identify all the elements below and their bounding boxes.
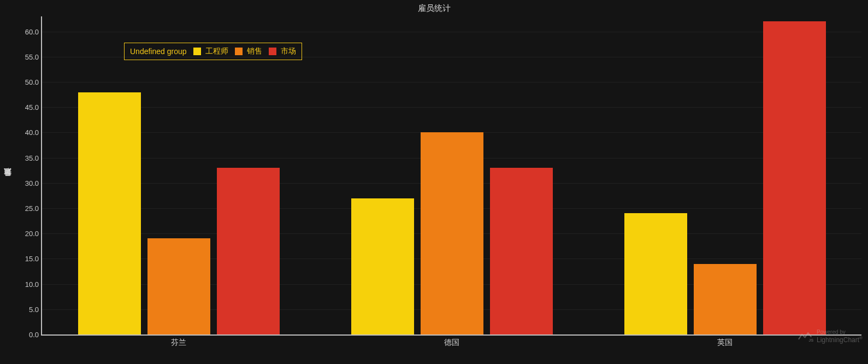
- legend-swatch: [235, 48, 243, 55]
- grid-line: [42, 334, 861, 335]
- y-tick-label: 10.0: [25, 280, 39, 288]
- plot-area[interactable]: Undefined group 工程师销售市场 0.05.010.015.020…: [41, 16, 861, 336]
- watermark-reg: ®: [859, 336, 863, 340]
- legend-label[interactable]: 市场: [281, 46, 296, 56]
- bar[interactable]: [351, 198, 414, 334]
- bar[interactable]: [624, 213, 687, 334]
- legend-swatch: [269, 48, 276, 55]
- grid-line: [42, 82, 861, 83]
- legend-swatch: [193, 48, 201, 55]
- y-tick-label: 0.0: [29, 331, 39, 339]
- y-tick-label: 55.0: [25, 52, 39, 61]
- watermark: JS Powered by LightningChart®: [798, 330, 863, 343]
- watermark-line2: LightningChart: [817, 336, 859, 343]
- chart-root: 雇员统计 雇员数量 Undefined group 工程师销售市场 0.05.0…: [0, 0, 868, 364]
- bar[interactable]: [694, 264, 757, 334]
- y-tick-label: 25.0: [25, 204, 39, 213]
- bar[interactable]: [78, 92, 141, 334]
- svg-text:JS: JS: [809, 338, 813, 342]
- y-tick-label: 40.0: [25, 128, 39, 137]
- legend-label[interactable]: 工程师: [205, 46, 228, 56]
- x-category-label: 芬兰: [171, 338, 186, 348]
- y-tick-label: 30.0: [25, 179, 39, 187]
- y-tick-label: 5.0: [29, 305, 39, 313]
- y-tick-label: 50.0: [25, 78, 39, 86]
- watermark-line1: Powered by: [817, 330, 863, 336]
- bar[interactable]: [217, 168, 280, 334]
- x-category-label: 英国: [717, 338, 733, 348]
- y-tick-label: 15.0: [25, 255, 39, 263]
- bar[interactable]: [147, 238, 210, 334]
- chart-title: 雇员统计: [0, 3, 868, 14]
- bar[interactable]: [421, 132, 483, 334]
- legend[interactable]: Undefined group 工程师销售市场: [124, 43, 302, 60]
- lightningchart-logo-icon: JS: [798, 331, 813, 342]
- y-tick-label: 60.0: [25, 27, 39, 36]
- legend-label[interactable]: 销售: [247, 46, 262, 56]
- bar[interactable]: [763, 21, 826, 334]
- bar[interactable]: [490, 168, 553, 334]
- y-tick-label: 45.0: [25, 103, 39, 111]
- grid-line: [42, 32, 861, 32]
- x-category-label: 德国: [444, 338, 459, 348]
- y-tick-label: 20.0: [25, 230, 39, 238]
- grid-line: [42, 107, 861, 108]
- y-tick-label: 35.0: [25, 154, 39, 162]
- grid-line: [42, 57, 861, 57]
- legend-title: Undefined group: [130, 47, 187, 56]
